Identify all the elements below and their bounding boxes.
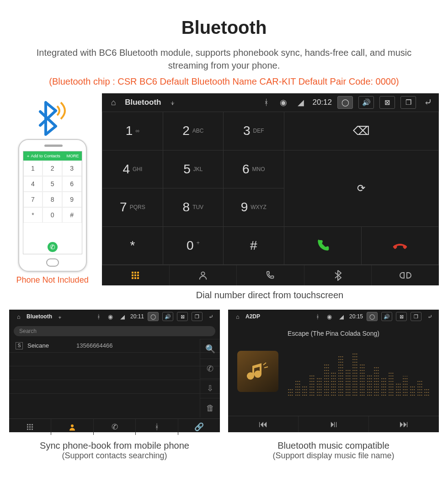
key-8[interactable]: 8TUV (163, 188, 223, 227)
tab-pair[interactable]: 🔗 (178, 419, 220, 435)
music-caption-sub: (Support display music file name) (228, 451, 439, 461)
key-0[interactable]: 0+ (163, 226, 223, 265)
phonebook-screen: ⌂ Bluetooth ⍖ ᚼ ◉ ◢ 20:11 ◯ 🔊 ⊠ ❐ ⤶ Sear… (9, 310, 220, 432)
phone-key: 0 (43, 207, 62, 223)
phone-key: 9 (62, 192, 82, 207)
tab-dialpad[interactable] (102, 265, 170, 285)
tab-contacts[interactable] (51, 419, 93, 435)
album-art-icon (237, 351, 278, 392)
tab-contacts[interactable] (170, 265, 237, 285)
music-caption: Bluetooth music compatible (228, 440, 439, 451)
wifi-icon: ◢ (118, 313, 127, 320)
usb-icon: ⍖ (56, 313, 64, 320)
wifi-icon: ◢ (337, 313, 346, 320)
key-star[interactable]: * (102, 226, 163, 265)
back-icon[interactable]: ⤶ (421, 97, 433, 108)
key-6[interactable]: 6MNO (224, 150, 284, 188)
phone-key: * (23, 207, 43, 223)
back-icon[interactable]: ⤶ (425, 313, 433, 320)
phone-key: 7 (23, 192, 43, 207)
tab-bluetooth[interactable] (304, 265, 372, 285)
prev-button[interactable]: ⏮ (228, 416, 299, 432)
recents-icon[interactable]: ❐ (400, 96, 416, 109)
bt-status-icon: ᚼ (314, 313, 322, 320)
side-call[interactable]: ✆ (200, 359, 220, 378)
tab-history[interactable] (237, 265, 304, 285)
visualizer (288, 351, 430, 397)
key-1[interactable]: 1∞ (102, 112, 163, 150)
phonebook-caption: Sync phone-book from mobile phone (9, 440, 220, 451)
page-subtitle: Integrated with BC6 Bluetooth module, su… (18, 46, 430, 72)
hangup-button[interactable] (361, 226, 438, 265)
clock: 20:12 (312, 98, 332, 107)
phone-call-icon: ✆ (48, 242, 58, 252)
key-3[interactable]: 3DEF (224, 112, 284, 150)
side-search[interactable]: 🔍 (200, 339, 220, 359)
phone-key: 6 (62, 176, 82, 192)
backspace-button[interactable]: ⌫ (284, 112, 439, 150)
refresh-button[interactable]: ⟳ (284, 150, 439, 226)
home-icon[interactable]: ⌂ (15, 313, 23, 320)
phone-key: 1 (23, 161, 43, 176)
svg-point-1 (71, 424, 74, 427)
wifi-icon: ◢ (295, 97, 307, 107)
camera-icon[interactable]: ◯ (148, 312, 159, 321)
key-5[interactable]: 5JKL (163, 150, 223, 188)
phone-mock: ＋ Add to ContactsMORE 1 2 3 4 5 6 7 8 9 … (18, 139, 87, 272)
tab-bluetooth[interactable]: ᚼ (136, 419, 178, 435)
key-4[interactable]: 4GHI (102, 150, 163, 188)
home-icon[interactable]: ⌂ (107, 98, 119, 107)
key-2[interactable]: 2ABC (163, 112, 223, 150)
key-7[interactable]: 7PQRS (102, 188, 163, 227)
contact-row[interactable]: S Seicane 13566664466 (9, 339, 220, 353)
close-icon[interactable]: ⊠ (177, 312, 188, 321)
svg-point-0 (201, 272, 204, 275)
song-title: Escape (The Pina Colada Song) (228, 323, 439, 337)
play-pause-button[interactable]: ⏯ (299, 416, 369, 432)
close-icon[interactable]: ⊠ (396, 312, 407, 321)
volume-icon[interactable]: 🔊 (358, 96, 374, 109)
dialer-caption: Dial number direct from touchscreen (0, 290, 448, 300)
bt-status-icon: ᚼ (95, 313, 103, 320)
next-button[interactable]: ⏭ (369, 416, 439, 432)
key-hash[interactable]: # (224, 226, 284, 265)
page-title: Bluetooth (0, 0, 448, 38)
bt-status-icon: ᚼ (260, 98, 272, 107)
side-download[interactable]: ⇩ (200, 378, 220, 398)
phone-key: 5 (43, 176, 62, 192)
call-button[interactable] (284, 226, 361, 265)
contact-row (9, 353, 220, 366)
contact-badge: S (16, 342, 23, 349)
phonebook-caption-sub: (Support contacts searching) (9, 451, 220, 461)
side-delete[interactable]: 🗑 (200, 398, 220, 418)
dial-keypad: 1∞ 2ABC 3DEF ⌫ 4GHI 5JKL 6MNO ⟳ 7PQRS 8T… (102, 112, 439, 265)
music-screen: ⌂ A2DP ᚼ ◉ ◢ 20:15 ◯ 🔊 ⊠ ❐ ⤶ Escape (The… (228, 310, 439, 432)
location-icon: ◉ (107, 313, 115, 320)
location-icon: ◉ (325, 313, 334, 320)
usb-icon: ⍖ (167, 98, 179, 107)
volume-icon[interactable]: 🔊 (162, 312, 173, 321)
home-icon[interactable]: ⌂ (234, 313, 242, 320)
location-icon: ◉ (277, 97, 289, 107)
phone-key: 4 (23, 176, 43, 192)
camera-icon[interactable]: ◯ (337, 96, 353, 109)
clock: 20:11 (130, 313, 144, 320)
tab-dialpad[interactable] (9, 419, 51, 435)
camera-icon[interactable]: ◯ (367, 312, 378, 321)
contact-row (9, 366, 220, 380)
close-icon[interactable]: ⊠ (379, 96, 395, 109)
recents-icon[interactable]: ❐ (192, 312, 203, 321)
clock: 20:15 (349, 313, 363, 320)
bluetooth-icon (9, 93, 96, 139)
phone-not-included: Phone Not Included (9, 275, 96, 285)
tab-pair[interactable] (372, 265, 439, 285)
tab-history[interactable]: ✆ (94, 419, 136, 435)
back-icon[interactable]: ⤶ (206, 313, 214, 320)
recents-icon[interactable]: ❐ (411, 312, 421, 321)
contact-name: Seicane (27, 342, 49, 349)
volume-icon[interactable]: 🔊 (381, 312, 392, 321)
contact-number: 13566664466 (76, 342, 113, 349)
status-bar: ⌂ Bluetooth ⍖ ᚼ ◉ ◢ 20:12 ◯ 🔊 ⊠ ❐ ⤶ (102, 93, 439, 112)
search-input[interactable]: Search (14, 326, 215, 336)
key-9[interactable]: 9WXYZ (224, 188, 284, 227)
